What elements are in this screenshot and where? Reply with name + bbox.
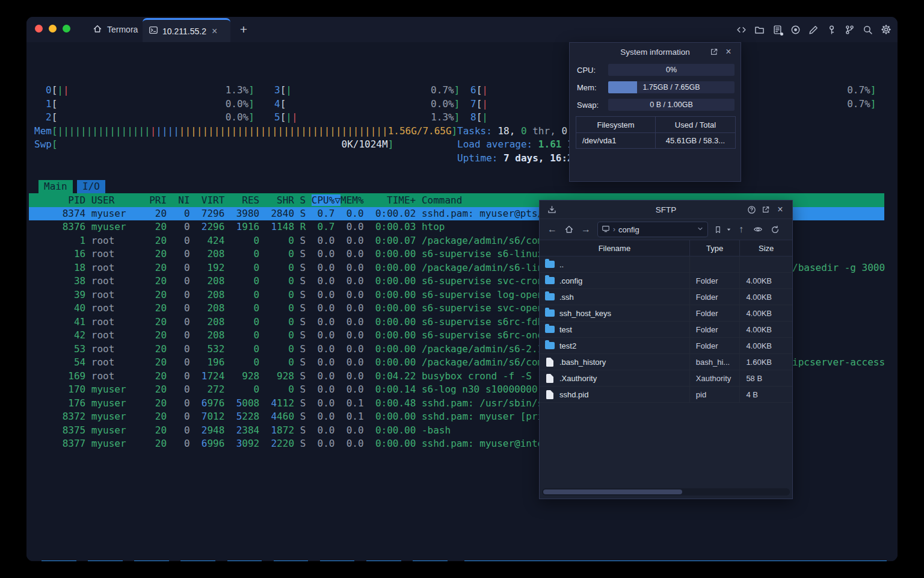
file-name: .config bbox=[559, 276, 582, 285]
fkey-action-sortby[interactable]: SortBy bbox=[274, 561, 309, 561]
folder-icon bbox=[545, 342, 555, 349]
file-row-.Xauthority[interactable]: .XauthorityXauthority58 B bbox=[540, 370, 792, 387]
file-name: test bbox=[559, 325, 572, 334]
show-hidden-eye-icon[interactable] bbox=[750, 222, 766, 237]
file-name: test2 bbox=[559, 341, 576, 350]
scrollbar-thumb[interactable] bbox=[543, 489, 682, 494]
code-icon[interactable] bbox=[735, 21, 748, 38]
tab-session-active[interactable]: 10.211.55.2 × bbox=[143, 18, 230, 42]
bookmark-icon[interactable] bbox=[712, 222, 724, 237]
file-size: 4.00KB bbox=[739, 289, 792, 305]
used-total-column-header: Used / Total bbox=[656, 117, 735, 132]
fkey-f5: F5 bbox=[215, 561, 227, 561]
home-icon[interactable] bbox=[561, 222, 577, 237]
file-row-sshd.pid[interactable]: sshd.pidpid4 B bbox=[540, 387, 792, 403]
file-row-.config[interactable]: .configFolder4.00KB bbox=[540, 273, 792, 289]
file-row-test2[interactable]: test2Folder4.00KB bbox=[540, 338, 792, 354]
file-row-.ssh[interactable]: .sshFolder4.00KB bbox=[540, 289, 792, 305]
close-window-button[interactable] bbox=[35, 25, 43, 33]
fkey-action-filter[interactable]: Filter bbox=[180, 561, 215, 561]
fkey-action-help[interactable]: Help bbox=[42, 561, 76, 561]
path-breadcrumb[interactable]: › config bbox=[597, 222, 708, 237]
key-icon[interactable] bbox=[825, 21, 839, 38]
close-tab-icon[interactable]: × bbox=[212, 26, 217, 36]
file-name: .. bbox=[559, 260, 564, 269]
file-type: Xauthority bbox=[689, 370, 740, 386]
fkey-action-tree[interactable]: Tree bbox=[227, 561, 262, 561]
zoom-window-button[interactable] bbox=[63, 25, 70, 33]
file-row-..[interactable]: .. bbox=[540, 256, 792, 273]
cpu4-meter: 4[ 0.0%] bbox=[274, 98, 460, 111]
fkey-f7: F7 bbox=[308, 561, 319, 561]
file-size: 1.60KB bbox=[739, 354, 792, 370]
pencil-icon[interactable] bbox=[807, 21, 821, 38]
command-overflow-text: ipcserver-access bbox=[792, 356, 885, 370]
folder-icon[interactable] bbox=[753, 21, 766, 38]
close-panel-icon[interactable]: × bbox=[721, 45, 736, 59]
refresh-icon[interactable] bbox=[767, 222, 783, 237]
new-tab-button[interactable]: + bbox=[235, 20, 253, 39]
cpu5-meter: 5[|| 1.3%] bbox=[274, 111, 460, 125]
cpu1-meter: 1[ 0.0%] bbox=[46, 98, 254, 111]
file-row-.bash_history[interactable]: .bash_historybash_hi...1.60KB bbox=[540, 354, 792, 370]
fkey-action-nice-[interactable]: Nice - bbox=[320, 561, 355, 561]
back-icon[interactable]: ← bbox=[544, 222, 560, 237]
titlebar: Termora 10.211.55.2 × + bbox=[26, 17, 898, 42]
fkey-f6: F6 bbox=[262, 561, 273, 561]
fkey-f10: F10 bbox=[448, 561, 465, 561]
fkey-action-nice-[interactable]: Nice + bbox=[366, 561, 401, 561]
file-icon bbox=[546, 358, 553, 367]
traffic-lights[interactable] bbox=[35, 25, 70, 33]
file-row-test[interactable]: testFolder4.00KB bbox=[540, 322, 792, 338]
swap-label: Swap: bbox=[577, 101, 599, 110]
tasks-line: Tasks: 18, 0 thr, 0 k bbox=[457, 125, 579, 138]
type-column-header[interactable]: Type bbox=[689, 240, 740, 256]
file-name: .bash_history bbox=[559, 358, 606, 367]
file-icon bbox=[546, 374, 553, 383]
swap-meter: Swp[ 0K/1024M] bbox=[34, 138, 393, 152]
sftp-file-list: ...configFolder4.00KB.sshFolder4.00KBssh… bbox=[540, 256, 792, 403]
fkey-action-setup[interactable]: Setup bbox=[88, 561, 123, 561]
bookmark-dropdown-icon[interactable] bbox=[725, 222, 732, 237]
filesystem-table: Filesystem Used / Total /dev/vda1 45.61G… bbox=[576, 116, 736, 149]
settings-gear-icon[interactable] bbox=[879, 21, 893, 38]
app-window: Termora 10.211.55.2 × + 0[|| 1.3%]1[ bbox=[26, 17, 898, 561]
file-icon bbox=[546, 390, 553, 399]
open-in-window-icon[interactable] bbox=[707, 45, 721, 59]
help-icon[interactable] bbox=[744, 202, 759, 217]
filesystem-name: /dev/vda1 bbox=[576, 133, 656, 148]
close-panel-icon[interactable]: × bbox=[773, 202, 787, 217]
fkey-action-search[interactable]: Search bbox=[134, 561, 169, 561]
folder-icon bbox=[545, 326, 555, 333]
system-information-panel: System information × CPU: 0% Mem: 1.75GB… bbox=[569, 42, 741, 182]
file-name: .Xauthority bbox=[559, 374, 597, 383]
fkey-action-quit[interactable]: Quit bbox=[464, 561, 887, 561]
tab-home[interactable]: Termora bbox=[84, 17, 146, 42]
forward-icon[interactable]: → bbox=[578, 222, 594, 237]
filename-column-header[interactable]: Filename bbox=[540, 240, 689, 256]
horizontal-scrollbar[interactable] bbox=[542, 488, 790, 496]
open-in-window-icon[interactable] bbox=[759, 202, 773, 217]
swap-usage-bar: 0 B / 1.00GB bbox=[608, 99, 735, 111]
chevron-down-icon[interactable] bbox=[697, 225, 704, 234]
file-row-ssh_host_keys[interactable]: ssh_host_keysFolder4.00KB bbox=[540, 305, 792, 322]
minimize-window-button[interactable] bbox=[49, 25, 57, 33]
size-column-header[interactable]: Size bbox=[739, 240, 792, 256]
fkey-f9: F9 bbox=[401, 561, 413, 561]
snippets-icon[interactable] bbox=[771, 21, 784, 38]
record-icon[interactable] bbox=[789, 21, 802, 38]
htop-tab-i-o[interactable]: I/O bbox=[77, 180, 105, 194]
branch-icon[interactable] bbox=[843, 21, 857, 38]
file-size: 4.00KB bbox=[739, 273, 792, 288]
filesystem-row: /dev/vda1 45.61GB / 58.3... bbox=[576, 132, 735, 148]
fkey-action-kill[interactable]: Kill bbox=[413, 561, 448, 561]
memory-meter: Mem[||||||||||||||||||||||||||||||||||||… bbox=[34, 125, 457, 138]
file-type: Folder bbox=[689, 338, 740, 353]
upload-icon[interactable]: ↑ bbox=[733, 222, 749, 237]
htop-tab-main[interactable]: Main bbox=[38, 180, 73, 194]
search-icon[interactable] bbox=[861, 21, 875, 38]
download-icon[interactable] bbox=[544, 202, 559, 217]
sort-column-cpu[interactable]: CPU%▽ bbox=[312, 194, 340, 206]
cpu8-meter: 8[| bbox=[470, 111, 488, 125]
folder-icon bbox=[545, 277, 555, 284]
